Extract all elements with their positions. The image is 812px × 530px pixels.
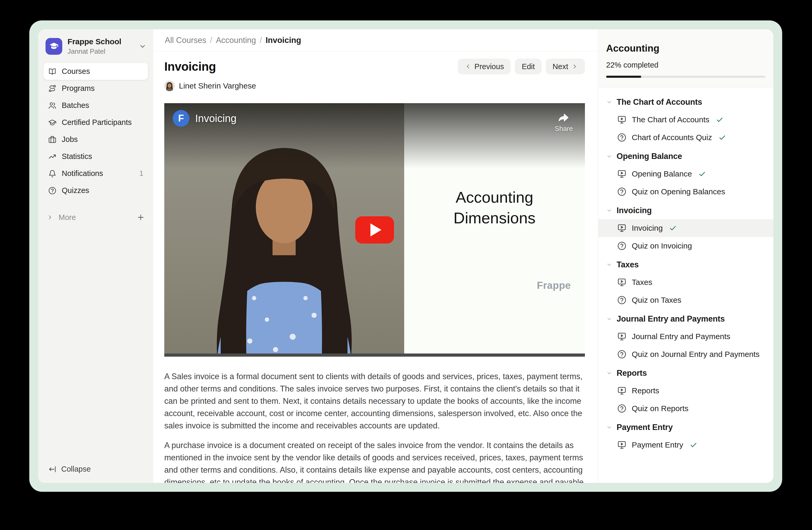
- lesson-row[interactable]: Quiz on Taxes: [598, 291, 773, 309]
- chevron-right-icon: [46, 214, 53, 221]
- chevron-down-icon: [606, 99, 612, 105]
- chevron-right-icon: [571, 63, 578, 70]
- lesson-nav-buttons: Previous Edit Next: [458, 59, 585, 74]
- bell-icon: [48, 169, 57, 178]
- sidebar-item-label: Batches: [62, 101, 89, 110]
- page-title: Invoicing: [164, 59, 216, 73]
- edit-label: Edit: [522, 62, 535, 71]
- sidebar-item-courses[interactable]: Courses: [43, 63, 148, 80]
- lesson-row[interactable]: Chart of Accounts Quiz: [598, 128, 773, 147]
- breadcrumb-separator: /: [210, 36, 213, 45]
- lesson-row[interactable]: Journal Entry and Payments: [598, 327, 773, 345]
- lesson-content: Invoicing Previous Edit Next: [153, 51, 598, 483]
- chapter: Reports Reports Quiz on Reports: [598, 363, 773, 417]
- sidebar-item-notifications[interactable]: Notifications 1: [43, 165, 148, 182]
- lesson-row[interactable]: Quiz on Reports: [598, 400, 773, 417]
- play-button[interactable]: [355, 216, 394, 243]
- video-title-overlay[interactable]: Invoicing: [195, 113, 236, 124]
- author-avatar: [164, 81, 175, 91]
- chapter-header[interactable]: Taxes: [598, 255, 773, 274]
- sidebar-item-label: Programs: [62, 84, 95, 93]
- sidebar-item-label: Courses: [62, 67, 90, 76]
- sidebar-item-label: Notifications: [62, 169, 103, 178]
- edit-button[interactable]: Edit: [515, 59, 541, 74]
- lesson-row[interactable]: Quiz on Opening Balances: [598, 183, 773, 200]
- book-open-icon: [48, 67, 57, 76]
- chapter-header[interactable]: The Chart of Accounts: [598, 92, 773, 111]
- frappe-school-logo: [45, 38, 62, 55]
- chapter-title: The Chart of Accounts: [617, 97, 702, 107]
- graduation-cap-icon: [48, 118, 57, 127]
- chapter-header[interactable]: Opening Balance: [598, 147, 773, 165]
- sidebar-item-label: Jobs: [62, 135, 78, 144]
- chapter-header[interactable]: Payment Entry: [598, 417, 773, 436]
- notifications-count-badge: 1: [140, 169, 143, 178]
- lesson-row[interactable]: Opening Balance: [598, 165, 773, 183]
- lesson-label: Quiz on Taxes: [632, 296, 681, 305]
- lesson-row[interactable]: Reports: [598, 382, 773, 400]
- chevron-down-icon: [606, 316, 612, 322]
- lesson-row[interactable]: Taxes: [598, 274, 773, 291]
- graduation-cap-icon: [49, 41, 59, 51]
- course-progress-header: Accounting 22% completed: [598, 29, 773, 87]
- course-progress-label: 22% completed: [606, 61, 766, 69]
- share-button[interactable]: Share: [555, 111, 573, 133]
- help-circle-icon: [48, 186, 57, 195]
- quiz-icon: [617, 295, 626, 305]
- video-progress-bar[interactable]: [164, 353, 585, 357]
- channel-avatar[interactable]: F: [173, 110, 189, 127]
- lesson-row[interactable]: The Chart of Accounts: [598, 111, 773, 128]
- video-lesson-icon: [617, 115, 626, 124]
- breadcrumb-accounting[interactable]: Accounting: [216, 36, 256, 45]
- sidebar-more-toggle[interactable]: More: [43, 209, 148, 225]
- share-label: Share: [555, 125, 573, 133]
- chapter-header[interactable]: Journal Entry and Payments: [598, 309, 773, 327]
- chevron-down-icon: [606, 207, 612, 214]
- video-player[interactable]: Accounting Dimensions Frappe F Invoicing: [164, 103, 585, 357]
- sidebar-item-jobs[interactable]: Jobs: [43, 131, 148, 148]
- previous-label: Previous: [475, 62, 504, 71]
- share-arrow-icon: [558, 111, 570, 123]
- video-slide-region: Accounting Dimensions Frappe: [404, 103, 585, 357]
- workspace-switcher[interactable]: Frappe School Jannat Patel: [38, 29, 153, 62]
- chapter: The Chart of Accounts The Chart of Accou…: [598, 92, 773, 147]
- check-icon: [690, 441, 697, 449]
- lesson-row-active[interactable]: Invoicing: [598, 219, 773, 237]
- video-lesson-icon: [617, 169, 626, 179]
- lesson-label: Quiz on Invoicing: [632, 241, 692, 250]
- chapter-title: Opening Balance: [617, 152, 682, 161]
- breadcrumb: All Courses / Accounting / Invoicing: [153, 29, 598, 51]
- workspace-info: Frappe School Jannat Patel: [68, 37, 121, 56]
- sidebar-item-statistics[interactable]: Statistics: [43, 148, 148, 165]
- plus-icon[interactable]: [136, 213, 145, 222]
- sidebar-collapse-button[interactable]: Collapse: [38, 459, 153, 483]
- lesson-label: Chart of Accounts Quiz: [632, 133, 712, 142]
- chapter-header[interactable]: Invoicing: [598, 200, 773, 219]
- breadcrumb-current: Invoicing: [265, 36, 301, 45]
- lesson-label: Reports: [632, 386, 659, 395]
- lesson-label: Invoicing: [632, 224, 663, 233]
- lesson-label: Quiz on Reports: [632, 404, 688, 413]
- chevron-down-icon: [606, 153, 612, 159]
- chevron-down-icon: [606, 262, 612, 268]
- lesson-row[interactable]: Payment Entry: [598, 436, 773, 454]
- briefcase-icon: [48, 135, 57, 144]
- lesson-label: Journal Entry and Payments: [632, 332, 730, 341]
- sidebar-item-quizzes[interactable]: Quizzes: [43, 182, 148, 199]
- sidebar-item-batches[interactable]: Batches: [43, 97, 148, 114]
- lesson-row[interactable]: Quiz on Invoicing: [598, 237, 773, 255]
- lesson-label: Payment Entry: [632, 441, 683, 449]
- sidebar-item-certified-participants[interactable]: Certified Participants: [43, 114, 148, 131]
- chapter-header[interactable]: Reports: [598, 363, 773, 382]
- workspace-user: Jannat Patel: [68, 47, 121, 56]
- previous-button[interactable]: Previous: [458, 59, 511, 74]
- lesson-paragraph: A purchase invoice is a document created…: [164, 439, 585, 483]
- sidebar-item-programs[interactable]: Programs: [43, 80, 148, 97]
- next-button[interactable]: Next: [546, 59, 585, 74]
- chapter-title: Invoicing: [617, 206, 652, 215]
- lesson-row[interactable]: Quiz on Journal Entry and Payments: [598, 345, 773, 363]
- chevron-down-icon[interactable]: [139, 42, 146, 50]
- video-lesson-icon: [617, 386, 626, 395]
- video-lesson-icon: [617, 440, 626, 450]
- breadcrumb-all-courses[interactable]: All Courses: [165, 36, 206, 45]
